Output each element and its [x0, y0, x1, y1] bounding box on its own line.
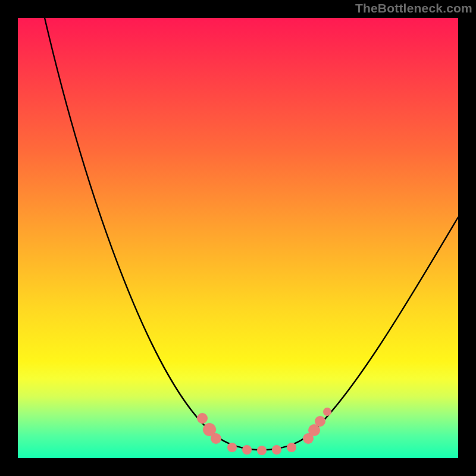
data-point: [257, 446, 267, 455]
data-point: [303, 433, 314, 444]
bottleneck-curve: [18, 18, 458, 458]
data-point: [197, 413, 208, 424]
curve-path: [45, 18, 458, 450]
data-point: [211, 433, 221, 444]
data-point: [242, 445, 252, 455]
watermark-text: TheBottleneck.com: [355, 1, 472, 15]
data-point: [315, 416, 325, 427]
chart-frame: TheBottleneck.com: [0, 0, 476, 476]
data-point: [323, 408, 331, 416]
data-point: [227, 443, 237, 452]
data-point: [287, 443, 296, 452]
data-points-layer: [18, 18, 458, 458]
data-point: [308, 424, 320, 436]
plot-area: [18, 18, 458, 458]
data-point: [272, 445, 281, 455]
data-point: [203, 423, 216, 436]
